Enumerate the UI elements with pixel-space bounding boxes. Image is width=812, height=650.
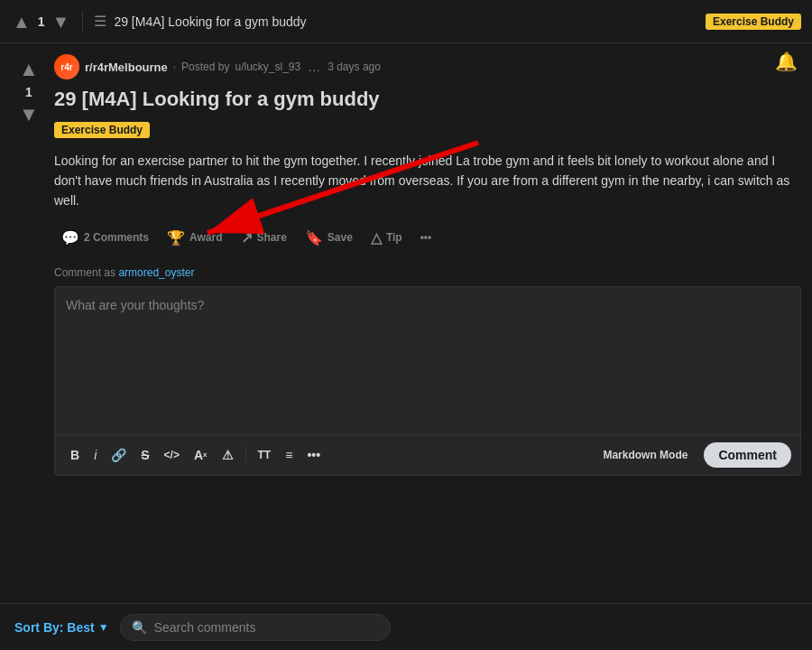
top-upvote-button[interactable]: ▲ [11,11,32,32]
notification-bell-icon[interactable]: 🔔 [775,51,798,71]
more-actions-button[interactable]: ••• [413,226,439,249]
comments-button[interactable]: 💬 2 Comments [54,224,156,252]
comments-icon: 💬 [61,229,79,246]
share-button[interactable]: ↗ Share [234,224,294,252]
downvote-button[interactable]: ▼ [17,103,41,126]
top-bar-flair: Exercise Buddy [706,14,801,30]
comment-submit-button[interactable]: Comment [704,442,791,468]
comment-textarea[interactable] [55,287,800,432]
save-icon: 🔖 [305,229,323,246]
vote-sidebar: ▲ 1 ▼ [11,54,47,266]
comment-section: Comment as armored_oyster B i 🔗 S </> Ax… [0,266,812,476]
top-vote-count: 1 [38,14,45,29]
share-icon: ↗ [241,229,253,246]
top-bar-divider [82,11,83,32]
top-bar-title: 29 [M4A] Looking for a gym buddy [114,14,698,29]
save-button[interactable]: 🔖 Save [298,224,360,252]
search-icon: 🔍 [132,620,147,635]
spoiler-button[interactable]: ⚠ [216,444,240,466]
posted-by-label: Posted by [181,60,229,73]
upvote-button[interactable]: ▲ [17,58,41,81]
italic-button[interactable]: i [88,444,103,466]
award-label: Award [189,231,222,244]
main-content: ▲ 1 ▼ r4r r/r4rMelbourne · Posted by u/l… [0,43,812,497]
search-comments-input[interactable] [154,620,379,635]
post-text: Looking for an exercise partner to hit t… [54,151,801,211]
code-button[interactable]: </> [158,445,186,465]
heading-button[interactable]: TT [252,445,278,465]
bold-button[interactable]: B [64,444,86,466]
comment-username-link[interactable]: armored_oyster [118,266,194,279]
top-downvote-button[interactable]: ▼ [51,11,72,32]
vote-count: 1 [25,85,32,99]
post-timestamp: 3 days ago [328,60,381,73]
post-flair[interactable]: Exercise Buddy [54,122,150,138]
post-container: ▲ 1 ▼ r4r r/r4rMelbourne · Posted by u/l… [0,54,812,266]
award-button[interactable]: 🏆 Award [160,224,229,252]
award-icon: 🏆 [167,229,185,246]
post-body: r4r r/r4rMelbourne · Posted by u/lucky_s… [47,54,801,266]
save-label: Save [328,231,353,244]
subreddit-avatar: r4r [54,54,79,79]
post-title: 29 [M4A] Looking for a gym buddy [54,87,801,113]
tip-icon: △ [371,229,382,246]
sort-label: Sort By: Best [14,620,95,635]
list-button[interactable]: ≡ [279,444,299,466]
share-label: Share [257,231,287,244]
comments-label: 2 Comments [84,231,149,244]
comment-as: Comment as armored_oyster [54,266,801,279]
more-actions-label: ••• [420,231,432,244]
post-meta: r4r r/r4rMelbourne · Posted by u/lucky_s… [54,54,801,79]
search-comments-container: 🔍 [120,614,391,641]
tip-label: Tip [386,231,402,244]
subreddit-name[interactable]: r/r4rMelbourne [85,60,168,74]
sort-button[interactable]: Sort By: Best ▼ [14,620,109,635]
markdown-mode-button[interactable]: Markdown Mode [595,445,695,465]
top-vote-controls: ▲ 1 ▼ [11,11,71,32]
post-type-icon: ☰ [94,13,106,30]
post-more-button[interactable]: … [306,60,322,74]
comment-box-container: B i 🔗 S </> Ax ⚠ TT ≡ ••• Markdown Mode … [54,286,801,476]
link-button[interactable]: 🔗 [105,444,133,466]
superscript-button[interactable]: Ax [188,444,214,466]
top-bar: ▲ 1 ▼ ☰ 29 [M4A] Looking for a gym buddy… [0,0,812,43]
notification-area: 🔔 [775,51,798,72]
strikethrough-button[interactable]: S [134,444,155,466]
comment-as-label: Comment as [54,266,115,279]
bottom-bar: Sort By: Best ▼ 🔍 [0,603,812,650]
tip-button[interactable]: △ Tip [364,224,410,252]
post-author[interactable]: u/lucky_sl_93 [235,60,300,73]
comment-toolbar: B i 🔗 S </> Ax ⚠ TT ≡ ••• Markdown Mode … [55,434,800,475]
toolbar-more-button[interactable]: ••• [300,444,327,466]
toolbar-separator [245,447,246,463]
sort-chevron-icon: ▼ [98,621,109,634]
action-bar: 💬 2 Comments 🏆 Award ↗ Share 🔖 Save △ [54,224,801,252]
